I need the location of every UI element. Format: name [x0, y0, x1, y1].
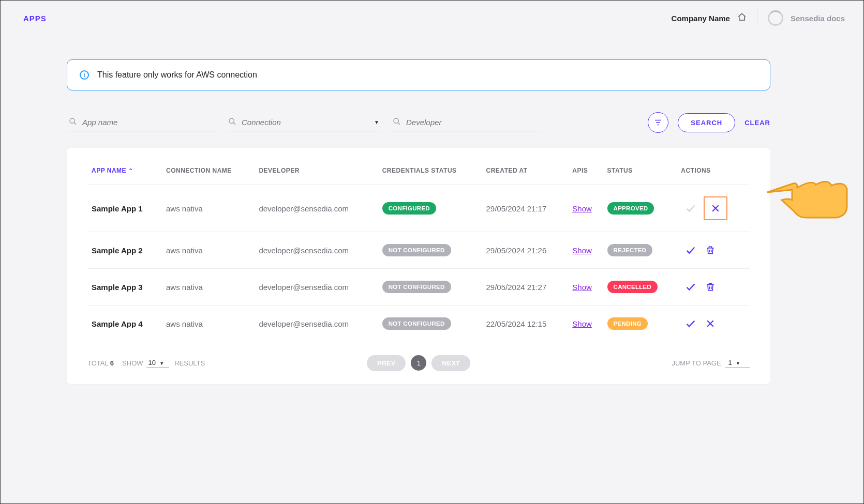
filter-options-button[interactable]: [648, 112, 668, 133]
apps-table: APP NAME⌃ CONNECTION NAME DEVELOPER CRED…: [87, 162, 750, 342]
cell-status: REJECTED: [603, 232, 677, 269]
page-title: APPS: [23, 14, 47, 23]
cell-actions: [677, 232, 750, 269]
col-developer[interactable]: DEVELOPER: [255, 162, 378, 185]
show-apis-link[interactable]: Show: [572, 246, 592, 255]
loading-icon: [768, 10, 783, 26]
header-divider: [757, 10, 757, 26]
search-icon: [69, 117, 77, 128]
show-count-select[interactable]: 10 ▼: [146, 358, 170, 368]
col-actions: ACTIONS: [677, 162, 750, 185]
cell-status: PENDING: [603, 306, 677, 342]
cell-cred-status: NOT CONFIGURED: [378, 269, 482, 306]
cell-app-name: Sample App 1: [87, 185, 162, 232]
table-row: Sample App 2aws nativadeveloper@sensedia…: [87, 232, 750, 269]
cell-apis: Show: [568, 269, 603, 306]
col-created-at[interactable]: CREATED AT: [482, 162, 569, 185]
company-name: Company Name: [672, 14, 730, 23]
cell-actions: [677, 269, 750, 306]
cred-status-badge: NOT CONFIGURED: [382, 317, 451, 330]
show-apis-link[interactable]: Show: [572, 283, 592, 292]
chevron-down-icon[interactable]: ▼: [374, 119, 379, 125]
cell-status: CANCELLED: [603, 269, 677, 306]
connection-input[interactable]: [242, 118, 369, 127]
current-page[interactable]: 1: [411, 355, 426, 371]
cell-developer: developer@sensedia.com: [255, 269, 378, 306]
cred-status-badge: CONFIGURED: [382, 202, 436, 215]
show-label: SHOW: [122, 359, 143, 367]
developer-input[interactable]: [406, 118, 539, 127]
col-app-name[interactable]: APP NAME⌃: [87, 162, 162, 185]
status-badge: APPROVED: [607, 202, 654, 215]
results-label: RESULTS: [174, 359, 205, 367]
delete-icon[interactable]: [704, 280, 717, 294]
approve-icon[interactable]: [684, 202, 697, 215]
app-name-filter[interactable]: [67, 114, 217, 131]
svg-point-2: [229, 118, 234, 123]
cell-apis: Show: [568, 232, 603, 269]
approve-icon[interactable]: [684, 317, 697, 330]
cell-created-at: 29/05/2024 21:27: [482, 269, 569, 306]
col-credentials-status[interactable]: CREDENTIALS STATUS: [378, 162, 482, 185]
search-icon: [393, 117, 401, 128]
app-name-input[interactable]: [82, 118, 215, 127]
svg-line-1: [74, 123, 76, 125]
col-apis[interactable]: APIS: [568, 162, 603, 185]
status-badge: PENDING: [607, 317, 648, 330]
cell-developer: developer@sensedia.com: [255, 232, 378, 269]
cell-connection: aws nativa: [162, 232, 255, 269]
developer-filter[interactable]: [391, 114, 541, 131]
delete-icon[interactable]: [704, 243, 717, 257]
sort-asc-icon: ⌃: [128, 167, 133, 174]
prev-button[interactable]: PREV: [367, 355, 406, 371]
jump-label: JUMP TO PAGE: [672, 359, 721, 367]
table-row: Sample App 1aws nativadeveloper@sensedia…: [87, 185, 750, 232]
show-apis-link[interactable]: Show: [572, 204, 592, 213]
cell-developer: developer@sensedia.com: [255, 185, 378, 232]
connection-filter[interactable]: ▼: [226, 114, 381, 131]
cell-developer: developer@sensedia.com: [255, 306, 378, 342]
cell-actions: [677, 185, 750, 232]
info-icon: i: [80, 70, 89, 80]
chevron-down-icon: ▼: [736, 361, 740, 366]
cred-status-badge: NOT CONFIGURED: [382, 244, 451, 256]
cell-app-name: Sample App 2: [87, 232, 162, 269]
table-row: Sample App 3aws nativadeveloper@sensedia…: [87, 269, 750, 306]
next-button[interactable]: NEXT: [431, 355, 470, 371]
search-button[interactable]: SEARCH: [678, 113, 735, 132]
cell-created-at: 29/05/2024 21:17: [482, 185, 569, 232]
cell-cred-status: NOT CONFIGURED: [378, 306, 482, 342]
svg-line-5: [398, 123, 400, 125]
col-connection-name[interactable]: CONNECTION NAME: [162, 162, 255, 185]
jump-page-select[interactable]: 1 ▼: [725, 358, 750, 368]
svg-line-3: [233, 123, 235, 125]
total-label: TOTAL 6: [87, 359, 114, 367]
cell-status: APPROVED: [603, 185, 677, 232]
cell-app-name: Sample App 3: [87, 269, 162, 306]
cell-cred-status: CONFIGURED: [378, 185, 482, 232]
approve-icon[interactable]: [684, 280, 697, 294]
status-badge: REJECTED: [607, 244, 653, 256]
cell-actions: [677, 306, 750, 342]
approve-icon[interactable]: [684, 243, 697, 257]
reject-icon[interactable]: [704, 196, 727, 220]
svg-point-4: [394, 118, 398, 123]
clear-button[interactable]: CLEAR: [744, 119, 770, 127]
home-icon[interactable]: [737, 12, 747, 24]
cell-connection: aws nativa: [162, 269, 255, 306]
col-status[interactable]: STATUS: [603, 162, 677, 185]
table-row: Sample App 4aws nativadeveloper@sensedia…: [87, 306, 750, 342]
docs-link[interactable]: Sensedia docs: [791, 14, 845, 23]
cell-connection: aws nativa: [162, 306, 255, 342]
cred-status-badge: NOT CONFIGURED: [382, 281, 451, 293]
cell-created-at: 29/05/2024 21:26: [482, 232, 569, 269]
cell-cred-status: NOT CONFIGURED: [378, 232, 482, 269]
reject-icon[interactable]: [704, 317, 717, 330]
info-banner-text: This feature only works for AWS connecti…: [97, 70, 257, 80]
status-badge: CANCELLED: [607, 281, 658, 293]
chevron-down-icon: ▼: [159, 361, 164, 366]
info-banner: i This feature only works for AWS connec…: [67, 59, 770, 90]
cell-app-name: Sample App 4: [87, 306, 162, 342]
show-apis-link[interactable]: Show: [572, 319, 592, 328]
cell-created-at: 22/05/2024 12:15: [482, 306, 569, 342]
